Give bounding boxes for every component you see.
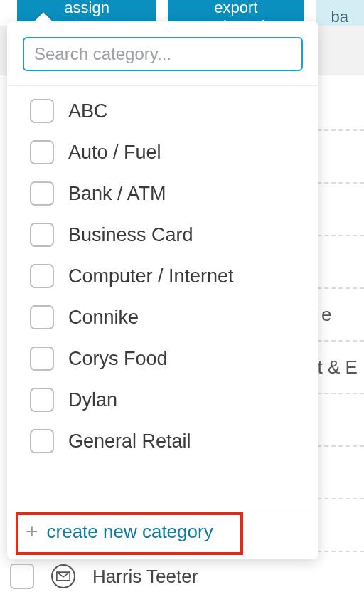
create-new-category-button[interactable]: + create new category	[7, 509, 318, 559]
category-option[interactable]: Corys Food	[7, 338, 318, 379]
category-option[interactable]: Business Card	[7, 214, 318, 255]
category-option[interactable]: Dylan	[7, 379, 318, 421]
category-label: Auto / Fuel	[68, 142, 161, 164]
category-option[interactable]: Connike	[7, 297, 318, 338]
create-label: create new category	[47, 521, 213, 543]
category-label: Corys Food	[68, 348, 168, 370]
checkbox-icon[interactable]	[10, 564, 34, 589]
category-option[interactable]: ABC	[7, 90, 318, 132]
category-label: Dylan	[68, 389, 117, 411]
checkbox-icon[interactable]	[30, 429, 54, 453]
transaction-label: Harris Teeter	[92, 566, 198, 588]
checkbox-icon[interactable]	[30, 181, 54, 206]
checkbox-icon[interactable]	[30, 140, 54, 164]
envelope-icon[interactable]	[51, 564, 75, 588]
checkbox-icon[interactable]	[30, 347, 54, 371]
transaction-row[interactable]: Harris Teeter	[0, 561, 364, 592]
category-option[interactable]: General Retail	[7, 421, 318, 462]
category-label: Bank / ATM	[68, 183, 166, 205]
category-label: ABC	[68, 100, 108, 122]
plus-icon: +	[26, 519, 38, 544]
checkbox-icon[interactable]	[30, 388, 54, 412]
checkbox-icon[interactable]	[30, 305, 54, 329]
checkbox-icon[interactable]	[30, 264, 54, 288]
category-list[interactable]: ABC Auto / Fuel Bank / ATM Business Card…	[7, 86, 318, 509]
search-wrap	[7, 21, 318, 86]
category-label: General Retail	[68, 430, 191, 453]
category-label: Connike	[68, 307, 139, 329]
category-label: Computer / Internet	[68, 265, 234, 287]
checkbox-icon[interactable]	[30, 223, 54, 247]
search-input[interactable]	[23, 37, 303, 71]
checkbox-icon[interactable]	[30, 99, 54, 123]
category-label: Business Card	[68, 224, 193, 246]
category-option[interactable]: Computer / Internet	[7, 255, 318, 297]
category-option[interactable]: Auto / Fuel	[7, 132, 318, 173]
category-dropdown: ABC Auto / Fuel Bank / ATM Business Card…	[7, 21, 318, 559]
category-option[interactable]: Bank / ATM	[7, 173, 318, 214]
